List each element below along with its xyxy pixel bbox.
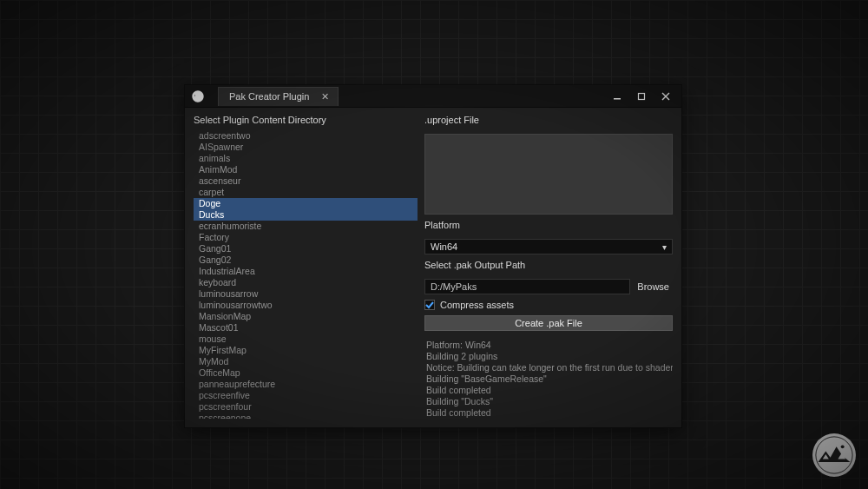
output-path-label: Select .pak Output Path xyxy=(424,260,673,270)
minimize-button[interactable] xyxy=(605,88,629,105)
body: Select Plugin Content Directory adscreen… xyxy=(185,108,681,427)
dir-item[interactable]: AnimMod xyxy=(194,164,418,175)
tab-title: Pak Creator Plugin xyxy=(229,91,309,102)
dir-item[interactable]: MyMod xyxy=(194,356,418,367)
unreal-engine-logo-icon xyxy=(190,89,206,104)
dir-item[interactable]: pcscreenfour xyxy=(194,401,418,413)
right-pane: .uproject File Platform Win64 ▾ Select .… xyxy=(424,115,673,419)
browse-button[interactable]: Browse xyxy=(634,281,673,292)
log-line: Notice: Building can take longer on the … xyxy=(426,362,671,373)
compress-checkbox[interactable] xyxy=(424,300,435,310)
output-path-field[interactable] xyxy=(424,279,630,294)
log-line: Build completed xyxy=(426,385,671,396)
dir-item[interactable]: ascenseur xyxy=(194,175,418,187)
dir-item[interactable]: adscreentwo xyxy=(194,130,418,142)
log-line: Building "Ducks" xyxy=(426,396,671,407)
brand-logo-icon xyxy=(812,433,856,477)
dir-item[interactable]: Ducks xyxy=(194,209,418,221)
compress-label: Compress assets xyxy=(440,300,514,310)
svg-rect-0 xyxy=(614,98,621,100)
dir-item[interactable]: pcscreenone xyxy=(194,413,418,419)
dir-item[interactable]: luminousarrowtwo xyxy=(194,300,418,311)
create-pak-button[interactable]: Create .pak File xyxy=(424,315,673,331)
log-line: Build completed xyxy=(426,407,671,419)
dir-item[interactable]: mouse xyxy=(194,334,418,345)
dir-item[interactable]: IndustrialArea xyxy=(194,266,418,277)
platform-label: Platform xyxy=(424,220,673,230)
build-log[interactable]: Platform: Win64Building 2 pluginsNotice:… xyxy=(424,336,673,419)
titlebar: Pak Creator Plugin ✕ xyxy=(185,85,681,108)
platform-select[interactable]: Win64 ▾ xyxy=(424,239,673,254)
svg-rect-1 xyxy=(639,93,645,99)
dir-item[interactable]: Gang02 xyxy=(194,254,418,266)
uproject-field[interactable] xyxy=(424,134,673,215)
svg-point-3 xyxy=(841,445,845,448)
log-line: Building 2 plugins xyxy=(426,351,671,362)
dir-item[interactable]: keyboard xyxy=(194,277,418,288)
dir-item[interactable]: pcscreenfive xyxy=(194,390,418,401)
dir-item[interactable]: AISpawner xyxy=(194,142,418,153)
platform-value: Win64 xyxy=(431,241,457,252)
log-line: Platform: Win64 xyxy=(426,340,671,351)
pak-creator-window: Pak Creator Plugin ✕ Select Plugin Conte… xyxy=(184,84,682,428)
dir-item[interactable]: luminousarrow xyxy=(194,288,418,300)
dir-item[interactable]: Mascot01 xyxy=(194,322,418,334)
tab-pak-creator[interactable]: Pak Creator Plugin ✕ xyxy=(218,87,339,106)
dir-item[interactable]: animals xyxy=(194,153,418,164)
left-pane: Select Plugin Content Directory adscreen… xyxy=(194,115,418,419)
content-dir-label: Select Plugin Content Directory xyxy=(194,115,418,125)
close-button[interactable] xyxy=(654,88,678,105)
log-line: Building "BaseGameRelease" xyxy=(426,373,671,385)
dir-item[interactable]: carpet xyxy=(194,187,418,198)
dir-item[interactable]: Factory xyxy=(194,232,418,243)
uproject-label: .uproject File xyxy=(424,115,673,125)
dir-item[interactable]: MansionMap xyxy=(194,311,418,322)
dir-item[interactable]: Doge xyxy=(194,198,418,209)
dir-item[interactable]: Gang01 xyxy=(194,243,418,254)
window-controls xyxy=(605,88,678,105)
dir-item[interactable]: OfficeMap xyxy=(194,367,418,379)
dir-item[interactable]: ecranhumoriste xyxy=(194,221,418,232)
content-dir-list[interactable]: adscreentwoAISpawneranimalsAnimModascens… xyxy=(194,129,418,419)
tab-close-icon[interactable]: ✕ xyxy=(321,91,329,102)
dir-item[interactable]: panneauprefecture xyxy=(194,379,418,390)
chevron-down-icon: ▾ xyxy=(662,242,667,252)
maximize-button[interactable] xyxy=(629,88,654,105)
dir-item[interactable]: MyFirstMap xyxy=(194,345,418,356)
